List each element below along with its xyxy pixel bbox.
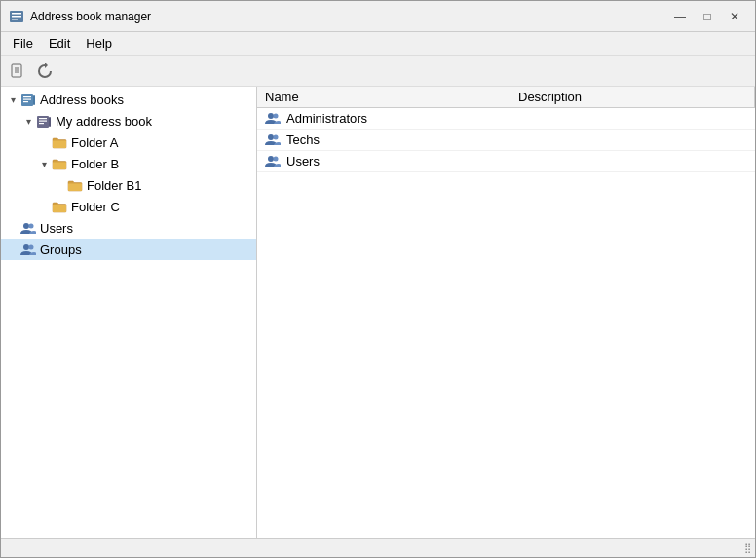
menu-help[interactable]: Help xyxy=(78,34,120,53)
tree-label-folder-a: Folder A xyxy=(71,135,118,150)
toolbar xyxy=(1,56,755,87)
tree-label-folder-b1: Folder B1 xyxy=(87,178,141,193)
tree-pane: ▾ Address books ▾ xyxy=(1,87,257,538)
tree-item-users[interactable]: Users xyxy=(1,217,256,239)
svg-rect-9 xyxy=(23,96,31,97)
list-header: Name Description xyxy=(257,87,755,108)
folder-a-icon xyxy=(52,133,67,150)
svg-point-21 xyxy=(29,244,34,249)
toggle-folder-b[interactable]: ▾ xyxy=(36,159,52,169)
toggle-my-address-book[interactable]: ▾ xyxy=(20,116,36,127)
folder-b1-icon xyxy=(67,176,83,193)
techs-icon xyxy=(265,131,281,148)
tree-item-folder-c[interactable]: Folder C xyxy=(1,196,256,217)
new-button[interactable] xyxy=(5,59,30,83)
menu-bar: File Edit Help xyxy=(1,32,755,56)
resize-grip: ⣿ xyxy=(744,542,751,553)
svg-point-20 xyxy=(23,244,29,250)
svg-rect-8 xyxy=(21,94,33,106)
minimize-button[interactable]: — xyxy=(667,7,693,26)
svg-rect-2 xyxy=(12,16,21,18)
svg-rect-16 xyxy=(39,123,44,124)
svg-point-18 xyxy=(23,223,29,229)
folder-c-icon xyxy=(52,198,67,214)
administrators-name: Administrators xyxy=(286,111,367,126)
title-bar: Address book manager — □ ✕ xyxy=(1,1,755,32)
app-icon xyxy=(9,9,24,24)
svg-rect-12 xyxy=(33,95,35,105)
tree-label-my-address-book: My address book xyxy=(56,114,152,129)
svg-rect-13 xyxy=(37,116,49,128)
tree-item-folder-b1[interactable]: Folder B1 xyxy=(1,174,256,196)
menu-edit[interactable]: Edit xyxy=(41,34,78,53)
svg-rect-10 xyxy=(23,98,31,99)
col-header-name[interactable]: Name xyxy=(257,87,510,107)
toggle-folder-a xyxy=(36,137,52,148)
svg-rect-1 xyxy=(12,13,21,15)
list-row-administrators[interactable]: Administrators xyxy=(257,108,755,130)
users-list-icon xyxy=(265,153,281,169)
tree-label-users: Users xyxy=(40,221,73,236)
tree-item-address-books[interactable]: ▾ Address books xyxy=(1,89,256,110)
tree-item-my-address-book[interactable]: ▾ My address book xyxy=(1,110,256,131)
main-window: Address book manager — □ ✕ File Edit Hel… xyxy=(0,0,756,558)
svg-point-24 xyxy=(268,134,274,140)
list-row-users[interactable]: Users xyxy=(257,151,755,172)
close-button[interactable]: ✕ xyxy=(722,7,747,26)
svg-point-27 xyxy=(274,157,279,162)
svg-point-19 xyxy=(29,223,34,228)
svg-rect-11 xyxy=(23,101,28,102)
menu-file[interactable]: File xyxy=(5,34,41,53)
list-row-techs[interactable]: Techs xyxy=(257,130,755,151)
folder-b-icon xyxy=(52,155,67,171)
svg-point-26 xyxy=(268,156,274,162)
svg-rect-15 xyxy=(39,120,47,121)
col-header-description[interactable]: Description xyxy=(510,87,755,107)
toggle-groups xyxy=(5,244,20,255)
techs-name: Techs xyxy=(286,132,320,147)
window-title: Address book manager xyxy=(30,10,667,23)
status-bar: ⣿ xyxy=(1,538,755,557)
users-list-name: Users xyxy=(286,154,320,168)
svg-rect-3 xyxy=(12,19,18,20)
tree-item-folder-b[interactable]: ▾ Folder B xyxy=(1,153,256,174)
list-pane: Name Description Administrators xyxy=(257,87,755,538)
tree-label-folder-b: Folder B xyxy=(71,157,119,171)
groups-icon xyxy=(20,241,36,257)
tree-item-folder-a[interactable]: Folder A xyxy=(1,131,256,153)
maximize-button[interactable]: □ xyxy=(695,7,720,26)
toggle-address-books[interactable]: ▾ xyxy=(5,94,20,105)
tree-label-address-books: Address books xyxy=(40,93,124,107)
tree-label-groups: Groups xyxy=(40,242,82,257)
svg-point-23 xyxy=(274,114,279,119)
svg-point-22 xyxy=(268,113,274,119)
addressbooks-icon xyxy=(20,91,36,107)
list-body: Administrators Techs xyxy=(257,108,755,538)
svg-point-25 xyxy=(274,135,279,140)
administrators-icon xyxy=(265,110,281,127)
my-addressbook-icon xyxy=(36,112,52,129)
tree-label-folder-c: Folder C xyxy=(71,200,120,214)
main-content: ▾ Address books ▾ xyxy=(1,87,755,538)
window-controls: — □ ✕ xyxy=(667,7,747,26)
toggle-folder-c xyxy=(36,202,52,212)
svg-rect-14 xyxy=(39,118,47,119)
refresh-button[interactable] xyxy=(32,59,57,83)
toggle-users xyxy=(5,223,20,234)
svg-rect-17 xyxy=(49,117,51,127)
toggle-folder-b1 xyxy=(52,180,67,191)
users-icon xyxy=(20,219,36,236)
tree-item-groups[interactable]: Groups xyxy=(1,239,256,260)
